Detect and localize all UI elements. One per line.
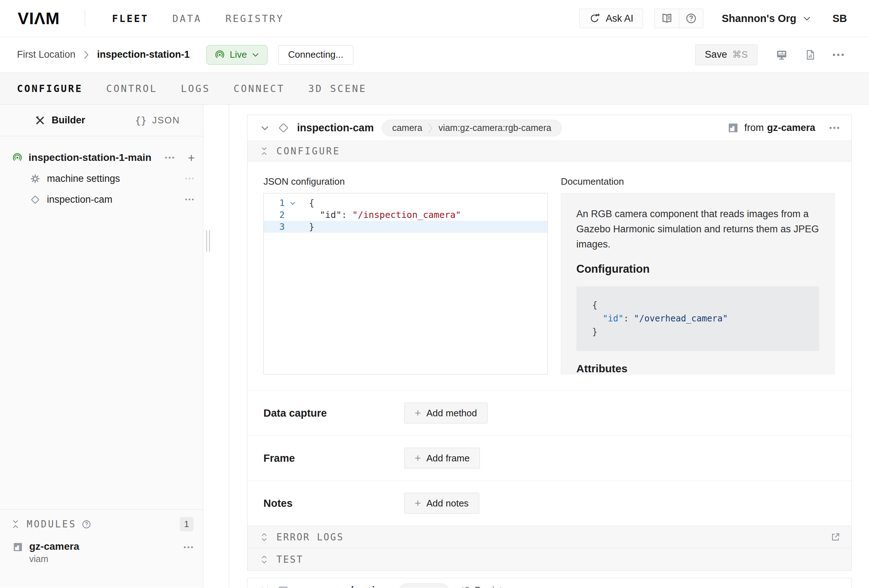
json-config-editor[interactable]: 1 { 2 "id": "/inspection_camera" xyxy=(264,193,548,375)
nav-registry[interactable]: REGISTRY xyxy=(225,13,284,24)
machine-tabs: CONFIGURE CONTROL LOGS CONNECT 3D SCENE xyxy=(0,72,869,105)
configure-section-bar[interactable]: CONFIGURE xyxy=(248,141,851,161)
avatar[interactable]: SB xyxy=(833,13,847,25)
tree-item-inspection-cam[interactable]: inspection-cam xyxy=(0,189,203,210)
breadcrumb-chevron-icon xyxy=(83,50,89,59)
tree-item-machine-settings[interactable]: machine settings xyxy=(0,168,203,189)
content: Builder {} JSON inspection-station-1-mai… xyxy=(0,105,869,588)
add-frame-button[interactable]: + Add frame xyxy=(404,448,480,469)
tab-configure[interactable]: CONFIGURE xyxy=(17,83,83,94)
code-text: } xyxy=(301,221,314,233)
test-label: TEST xyxy=(276,554,304,565)
documentation-button[interactable] xyxy=(655,9,679,28)
line-number: 3 xyxy=(264,221,285,233)
json-config-label: JSON configuration xyxy=(264,176,548,187)
module-card-gz-camera: gz-camera by viam module Registry xyxy=(247,578,852,588)
editor-line-active: 3 } xyxy=(264,221,547,233)
mode-builder-label: Builder xyxy=(52,115,85,126)
save-label: Save xyxy=(705,49,727,60)
part-more-menu[interactable] xyxy=(165,156,175,159)
nav-fleet[interactable]: FLEET xyxy=(112,13,148,24)
mode-builder-tab[interactable]: Builder xyxy=(35,115,85,126)
notes-section: Notes + Add notes xyxy=(248,480,851,526)
expand-icon xyxy=(260,555,268,564)
test-bar[interactable]: TEST xyxy=(248,548,851,570)
breadcrumb-location[interactable]: First Location xyxy=(17,49,76,60)
fold-chevron-icon[interactable] xyxy=(285,197,301,209)
error-logs-label: ERROR LOGS xyxy=(276,532,344,542)
sidebar-resize-gutter xyxy=(203,105,229,588)
component-more-menu[interactable] xyxy=(829,126,840,129)
module-more-menu[interactable] xyxy=(183,546,193,549)
component-card-inspection-cam: inspection-cam camera viam:gz-camera:rgb… xyxy=(247,115,852,571)
add-method-button[interactable]: + Add method xyxy=(404,403,488,424)
data-capture-title: Data capture xyxy=(264,407,404,419)
documentation-panel[interactable]: An RGB camera component that reads image… xyxy=(561,193,835,375)
modules-header[interactable]: MODULES 1 xyxy=(0,517,203,531)
config-sidebar: Builder {} JSON inspection-station-1-mai… xyxy=(0,105,203,588)
help-button[interactable] xyxy=(679,9,703,28)
pill-chevron-divider xyxy=(428,120,433,136)
save-button[interactable]: Save ⌘S xyxy=(695,44,758,65)
from-module-link[interactable]: from gz-camera xyxy=(728,122,815,133)
question-circle-icon[interactable] xyxy=(82,520,91,529)
modules-section: MODULES 1 gz-camera viam xyxy=(0,510,203,588)
add-notes-button[interactable]: + Add notes xyxy=(404,493,479,514)
mode-json-label: JSON xyxy=(152,115,180,126)
nav-data[interactable]: DATA xyxy=(172,13,202,24)
viam-logo[interactable]: VIΛM xyxy=(18,9,59,28)
machine-bar-actions: Save ⌘S xyxy=(695,44,844,65)
broadcast-icon xyxy=(12,153,22,163)
machine-more-menu[interactable] xyxy=(832,53,844,57)
tab-connect[interactable]: CONNECT xyxy=(233,83,285,94)
ai-sparkle-refresh-icon xyxy=(589,13,601,24)
org-switcher[interactable]: Shannon's Org xyxy=(722,13,811,25)
line-number: 1 xyxy=(264,197,285,209)
book-icon xyxy=(661,13,673,24)
module-icon xyxy=(728,123,739,133)
chevron-down-icon[interactable] xyxy=(261,586,269,588)
tab-3d-scene[interactable]: 3D SCENE xyxy=(308,83,367,94)
modules-count-badge: 1 xyxy=(180,517,193,531)
module-icon xyxy=(278,586,288,588)
component-model: viam:gz-camera:rgb-camera xyxy=(439,123,552,133)
help-button-group xyxy=(654,9,703,28)
module-list-item[interactable]: gz-camera viam xyxy=(0,541,203,564)
item-more-menu[interactable] xyxy=(185,177,194,180)
resize-grip[interactable] xyxy=(206,230,210,252)
registry-link[interactable]: Registry xyxy=(460,583,510,588)
top-nav: FLEET DATA REGISTRY xyxy=(112,13,284,24)
collapse-icon xyxy=(11,520,20,529)
component-card-header: inspection-cam camera viam:gz-camera:rgb… xyxy=(248,115,851,141)
external-link-icon xyxy=(460,586,470,588)
machine-dashboard-button[interactable] xyxy=(775,49,788,61)
plus-icon: + xyxy=(415,407,421,418)
app-header: VIΛM FLEET DATA REGISTRY Ask AI xyxy=(0,0,869,37)
collapse-icon xyxy=(260,147,268,156)
add-frame-label: Add frame xyxy=(427,453,470,464)
add-component-button[interactable]: + xyxy=(188,151,195,164)
item-more-menu[interactable] xyxy=(185,198,194,201)
tree-part-row[interactable]: inspection-station-1-main + xyxy=(0,147,203,168)
chevron-down-icon[interactable] xyxy=(261,125,269,131)
external-link-icon[interactable] xyxy=(830,532,841,542)
machine-report-button[interactable] xyxy=(804,49,816,61)
editor-line: 2 "id": "/inspection_camera" xyxy=(264,209,547,221)
breadcrumb-machine-name: inspection-station-1 xyxy=(97,49,190,60)
module-icon xyxy=(13,542,23,552)
machine-bar: First Location inspection-station-1 Live… xyxy=(0,37,869,72)
connecting-button[interactable]: Connecting... xyxy=(278,45,353,65)
configure-body: JSON configuration 1 { 2 "id": " xyxy=(248,161,851,390)
error-logs-bar[interactable]: ERROR LOGS xyxy=(248,526,851,548)
tab-control[interactable]: CONTROL xyxy=(106,83,157,94)
mode-json-tab[interactable]: {} JSON xyxy=(135,115,180,126)
tab-logs[interactable]: LOGS xyxy=(181,83,210,94)
line-number: 2 xyxy=(264,209,285,221)
save-shortcut: ⌘S xyxy=(732,49,748,60)
module-pill-label: module xyxy=(409,587,439,588)
ask-ai-button[interactable]: Ask AI xyxy=(579,9,643,28)
doc-description: An RGB camera component that reads image… xyxy=(576,206,819,252)
ask-ai-label: Ask AI xyxy=(605,13,633,24)
machine-status-dropdown[interactable]: Live xyxy=(206,45,268,65)
from-module-name: gz-camera xyxy=(767,122,815,133)
